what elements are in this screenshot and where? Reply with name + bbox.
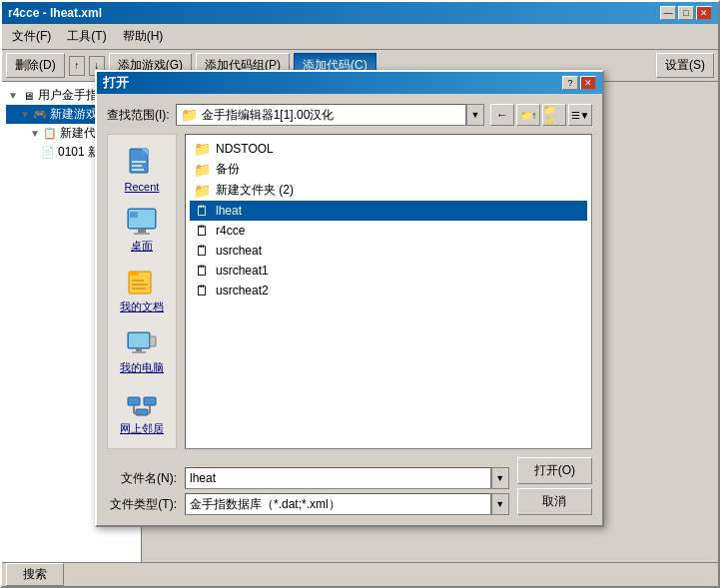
location-dropdown[interactable]: 📁 金手指编辑器1[1].00汉化 [176, 104, 466, 126]
file-name-usrcheat: usrcheat [216, 244, 262, 258]
file-list[interactable]: 📁 NDSTOOL 📁 备份 📁 新建文件夹 (2) 🗒 [185, 134, 592, 449]
tree-expand-icon: ▼ [8, 90, 18, 101]
quicklink-mydocs[interactable]: 我的文档 [111, 262, 173, 318]
filename-label: 文件名(N): [107, 470, 177, 487]
file-item-r4cce[interactable]: 🗒 r4cce [190, 221, 587, 241]
title-bar-buttons: — □ ✕ [660, 6, 712, 20]
quicklink-network[interactable]: 网上邻居 [111, 383, 173, 440]
location-bar: 查找范围(I): 📁 金手指编辑器1[1].00汉化 ▼ ← 📁↑ 📁✨ ☰▼ [107, 104, 592, 126]
filename-input-wrap: ▼ [185, 467, 509, 489]
svg-rect-10 [130, 212, 138, 218]
filetype-value: 金手指数据库（*.dat;*.xml） [190, 496, 341, 513]
folder-icon-ndstool: 📁 [194, 141, 210, 157]
mydocs-icon [126, 266, 158, 297]
location-nav-buttons: ← 📁↑ 📁✨ ☰▼ [490, 104, 592, 126]
quicklink-mycomputer[interactable]: 我的电脑 [111, 322, 173, 379]
file-name-ndstool: NDSTOOL [216, 142, 274, 156]
dialog-action-buttons: 打开(O) 取消 [517, 457, 592, 515]
file-item-usrcheat[interactable]: 🗒 usrcheat [190, 241, 587, 261]
file-item-usrcheat2[interactable]: 🗒 usrcheat2 [190, 281, 587, 300]
menu-help[interactable]: 帮助(H) [117, 26, 170, 47]
file-name-usrcheat2: usrcheat2 [216, 284, 269, 297]
filetype-input-wrap: 金手指数据库（*.dat;*.xml） ▼ [185, 493, 509, 515]
quicklinks-panel: Recent 桌面 [107, 134, 177, 449]
tree-code-icon: 📋 [42, 126, 58, 142]
svg-rect-12 [129, 272, 139, 276]
svg-rect-8 [138, 229, 146, 233]
file-name-newfolder: 新建文件夹 (2) [216, 182, 294, 199]
nav-back-button[interactable]: ← [490, 104, 514, 126]
desktop-icon [126, 205, 158, 237]
folder-icon-backup: 📁 [194, 162, 210, 178]
dialog-fields: 文件名(N): ▼ 文件类型(T): 金手指数据库（*.dat;*.xml） [107, 467, 509, 515]
minimize-button[interactable]: — [660, 6, 676, 20]
network-icon [126, 387, 158, 419]
tree-entry-icon: 📄 [40, 145, 56, 161]
quicklink-mycomputer-label: 我的电脑 [120, 360, 164, 375]
maximize-button[interactable]: □ [678, 6, 694, 20]
file-item-backup[interactable]: 📁 备份 [190, 159, 587, 180]
dialog-title-bar: 打开 ? ✕ [97, 72, 602, 94]
quicklink-mydocs-label: 我的文档 [120, 299, 164, 314]
tree-expand-icon2: ▼ [20, 109, 30, 120]
file-browser-area: 📁 NDSTOOL 📁 备份 📁 新建文件夹 (2) 🗒 [185, 134, 592, 449]
file-icon-lheat: 🗒 [194, 203, 210, 219]
open-button[interactable]: 打开(O) [517, 457, 592, 484]
filetype-row: 文件类型(T): 金手指数据库（*.dat;*.xml） ▼ [107, 493, 509, 515]
nav-view-button[interactable]: ☰▼ [568, 104, 592, 126]
arrow-up-button[interactable]: ↑ [69, 56, 85, 76]
filename-row: 文件名(N): ▼ [107, 467, 509, 489]
svg-rect-13 [132, 280, 144, 282]
nav-up-button[interactable]: 📁↑ [516, 104, 540, 126]
quicklink-desktop-label: 桌面 [131, 239, 153, 254]
mycomputer-icon [126, 326, 158, 358]
status-bar: 搜索 [2, 562, 718, 586]
svg-rect-1 [132, 161, 146, 163]
quicklink-recent-label: Recent [125, 181, 160, 193]
tree-root-icon: 🖥 [20, 88, 36, 104]
filetype-label: 文件类型(T): [107, 496, 177, 513]
svg-rect-2 [132, 165, 142, 167]
file-icon-r4cce: 🗒 [194, 223, 210, 239]
quicklink-network-label: 网上邻居 [120, 421, 164, 436]
settings-button[interactable]: 设置(S) [656, 53, 714, 78]
location-value: 金手指编辑器1[1].00汉化 [202, 107, 335, 124]
menu-file[interactable]: 文件(F) [6, 26, 57, 47]
filename-input[interactable] [185, 467, 491, 489]
dialog-bottom: 文件名(N): ▼ 文件类型(T): 金手指数据库（*.dat;*.xml） [107, 457, 592, 515]
title-bar: r4cce - lheat.xml — □ ✕ [2, 2, 718, 24]
file-item-newfolder[interactable]: 📁 新建文件夹 (2) [190, 180, 587, 201]
svg-rect-9 [134, 233, 150, 235]
file-name-backup: 备份 [216, 161, 240, 178]
menu-bar: 文件(F) 工具(T) 帮助(H) [2, 24, 718, 50]
menu-tools[interactable]: 工具(T) [61, 26, 112, 47]
open-dialog: 打开 ? ✕ 查找范围(I): 📁 金手指编辑器1[1].00汉化 ▼ ← [95, 70, 604, 527]
file-name-usrcheat1: usrcheat1 [216, 264, 269, 278]
location-label: 查找范围(I): [107, 107, 170, 124]
search-button[interactable]: 搜索 [6, 563, 64, 586]
filename-dropdown-arrow[interactable]: ▼ [491, 467, 509, 489]
svg-rect-14 [132, 284, 148, 286]
tree-game-label: 新建游戏 [50, 106, 98, 123]
quicklink-desktop[interactable]: 桌面 [111, 201, 173, 258]
svg-rect-15 [132, 288, 146, 290]
dialog-close-button[interactable]: ✕ [580, 76, 596, 90]
close-button[interactable]: ✕ [696, 6, 712, 20]
nav-new-folder-button[interactable]: 📁✨ [542, 104, 566, 126]
location-dropdown-arrow[interactable]: ▼ [466, 104, 484, 126]
tree-game-icon: 🎮 [32, 107, 48, 123]
file-item-lheat[interactable]: 🗒 lheat [190, 201, 587, 221]
quicklink-recent[interactable]: Recent [111, 143, 173, 197]
file-icon-usrcheat: 🗒 [194, 243, 210, 259]
cancel-button[interactable]: 取消 [517, 488, 592, 515]
svg-rect-19 [132, 351, 146, 353]
file-item-ndstool[interactable]: 📁 NDSTOOL [190, 139, 587, 159]
delete-button[interactable]: 删除(D) [6, 53, 65, 78]
filetype-dropdown-arrow[interactable]: ▼ [491, 493, 509, 515]
dialog-help-button[interactable]: ? [562, 76, 578, 90]
folder-icon-newfolder: 📁 [194, 183, 210, 199]
file-icon-usrcheat1: 🗒 [194, 263, 210, 279]
window-title: r4cce - lheat.xml [8, 6, 102, 20]
file-item-usrcheat1[interactable]: 🗒 usrcheat1 [190, 261, 587, 281]
dialog-title-text: 打开 [103, 74, 129, 92]
